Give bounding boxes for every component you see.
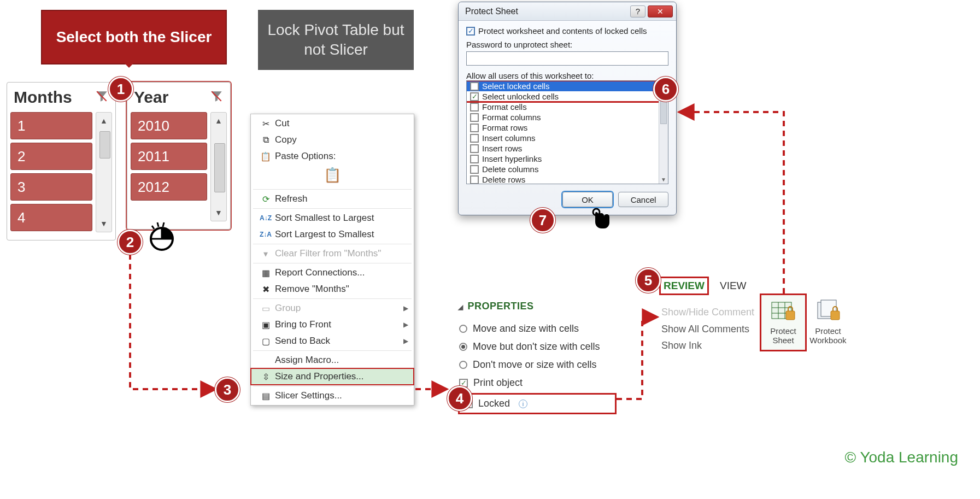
allow-item[interactable]: Select unlocked cells [467,91,668,102]
slicer-item[interactable]: 2012 [131,173,207,201]
menu-report-connections[interactable]: ▦Report Connections... [251,265,414,281]
prop-no-move-no-size[interactable]: Don't move or size with cells [458,356,617,374]
slicer-item[interactable]: 1 [10,112,92,139]
radio-icon[interactable] [459,343,467,351]
radio-icon[interactable] [459,361,467,369]
menu-sort-desc[interactable]: Z↓ASort Largest to Smallest [251,226,414,243]
paste-option-button[interactable]: 📋 [251,165,414,188]
clipboard-icon: 📋 [324,167,341,183]
info-icon[interactable]: i [519,400,527,408]
slicer-year[interactable]: Year 2010 2011 2012 ▲ ▼ [127,82,231,230]
menu-separator [253,244,412,244]
allow-item[interactable]: Insert columns [467,133,668,143]
allow-item[interactable]: Insert hyperlinks [467,154,668,164]
svg-line-5 [163,222,164,227]
right-click-icon [146,221,177,254]
slicer-item[interactable]: 4 [10,204,92,231]
checkbox-icon[interactable] [470,155,479,163]
allow-list[interactable]: Select locked cells Select unlocked cell… [466,80,668,184]
scroll-down-icon[interactable]: ▼ [659,175,668,184]
tab-view[interactable]: VIEW [718,279,749,293]
attribution: © Yoda Learning [845,449,958,466]
scroll-up-icon[interactable]: ▲ [211,113,226,129]
scroll-up-icon[interactable]: ▲ [96,113,112,129]
checkbox-icon[interactable] [470,134,479,143]
slicer-item[interactable]: 2 [10,143,92,170]
scroll-down-icon[interactable]: ▼ [96,215,112,232]
menu-copy[interactable]: ⧉Copy [251,132,414,148]
menu-assign-macro[interactable]: Assign Macro... [251,352,414,368]
allow-item[interactable]: Format columns [467,112,668,122]
prop-move-no-size[interactable]: Move but don't size with cells [458,338,617,356]
allow-item[interactable]: Format cells [467,102,668,112]
comments-show-all[interactable]: Show All Comments [661,321,757,338]
slicer-item[interactable]: 2010 [131,112,207,139]
slicer-item[interactable]: 2011 [131,143,207,170]
protect-sheet-label: Protect Sheet [770,326,796,345]
sort-asc-icon: A↓Z [256,214,275,222]
checkbox-icon[interactable] [470,103,479,111]
context-menu: ✂Cut ⧉Copy 📋Paste Options: 📋 ⟳Refresh A↓… [250,114,414,406]
scroll-thumb[interactable] [99,131,110,158]
checkbox-icon[interactable] [470,175,479,184]
close-button[interactable]: ✕ [648,5,673,17]
allow-item[interactable]: Format rows [467,122,668,133]
menu-bring-to-front[interactable]: ▣Bring to Front▶ [251,316,414,333]
allow-item[interactable]: Select locked cells [467,81,668,91]
svg-line-4 [157,222,159,227]
protect-sheet-dialog: Protect Sheet ? ✕ Protect worksheet and … [458,2,677,215]
clear-filter-icon[interactable] [209,89,224,105]
menu-slicer-settings[interactable]: ▤Slicer Settings... [251,388,414,404]
checkbox-icon[interactable] [470,113,479,122]
slicer-months[interactable]: Months 1 2 3 4 ▲ ▼ [7,82,116,240]
checkbox-icon[interactable] [470,124,479,132]
allow-item[interactable]: Insert rows [467,143,668,154]
step-badge-4: 4 [447,386,472,411]
protect-contents-row[interactable]: Protect worksheet and contents of locked… [466,26,668,36]
protect-workbook-button[interactable]: Protect Workbook [806,295,850,350]
menu-cut[interactable]: ✂Cut [251,115,414,132]
checkbox-icon[interactable] [466,27,475,36]
scroll-down-icon[interactable]: ▼ [211,204,226,221]
menu-refresh[interactable]: ⟳Refresh [251,191,414,207]
svg-rect-10 [831,311,840,320]
size-icon: ⇳ [256,372,275,382]
tip-title-box: Lock Pivot Table but not Slicer [258,10,414,70]
slicer-item[interactable]: 3 [10,173,92,201]
ok-button[interactable]: OK [562,192,613,207]
properties-pane: PROPERTIES Move and size with cells Move… [458,301,617,414]
tab-review[interactable]: REVIEW [661,279,707,293]
menu-clear-filter: ▾Clear Filter from "Months" [251,245,414,262]
password-input[interactable] [466,51,668,66]
prop-move-and-size[interactable]: Move and size with cells [458,320,617,338]
cancel-button[interactable]: Cancel [618,192,668,207]
menu-size-and-properties[interactable]: ⇳Size and Properties... [251,368,414,385]
clear-filter-icon[interactable] [95,89,109,105]
step-badge-3: 3 [215,377,240,402]
prop-locked[interactable]: Locked i [458,393,617,414]
slicer-scrollbar[interactable]: ▲ ▼ [210,112,227,221]
allow-item[interactable]: Delete rows [467,174,668,184]
checkbox-icon[interactable] [470,144,479,153]
menu-separator [253,208,412,209]
prop-print-object[interactable]: Print object [458,374,617,392]
svg-rect-7 [786,311,795,320]
checkbox-icon[interactable] [470,92,479,101]
slicer-scrollbar[interactable]: ▲ ▼ [96,112,112,232]
allow-item[interactable]: Delete columns [467,164,668,174]
checkbox-icon[interactable] [470,82,479,91]
properties-header[interactable]: PROPERTIES [458,301,617,312]
scroll-thumb[interactable] [214,143,225,192]
ribbon-protect-group: Protect Sheet Protect Workbook [761,295,850,350]
checkbox-icon[interactable] [470,165,479,174]
menu-send-to-back[interactable]: ▢Send to Back▶ [251,333,414,349]
help-button[interactable]: ? [630,5,645,17]
comments-show-ink[interactable]: Show Ink [661,337,757,354]
menu-sort-asc[interactable]: A↓ZSort Smallest to Largest [251,210,414,226]
radio-icon[interactable] [459,325,467,333]
dialog-titlebar[interactable]: Protect Sheet ? ✕ [459,2,676,21]
menu-remove-months[interactable]: ✖Remove "Months" [251,281,414,297]
menu-separator [253,386,412,386]
protect-sheet-button[interactable]: Protect Sheet [761,295,805,350]
password-label: Password to unprotect sheet: [466,40,668,49]
